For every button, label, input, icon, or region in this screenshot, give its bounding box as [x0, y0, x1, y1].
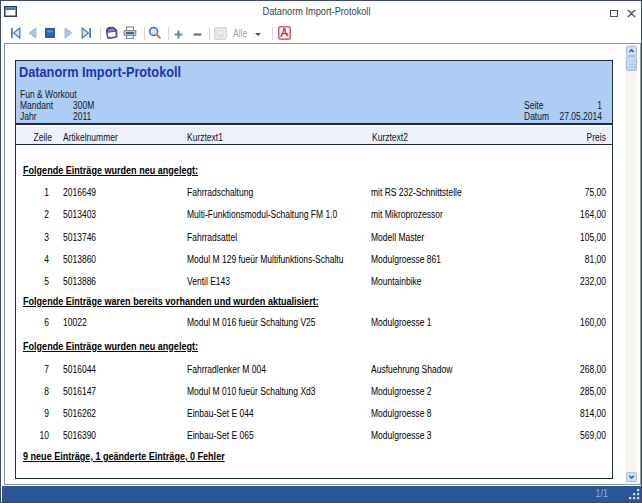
cell-zeile: 3 [15, 233, 49, 243]
column-header-kurztext2: Kurztext2 [372, 133, 408, 143]
cell-kurztext1: Einbau-Set E 044 [187, 409, 254, 419]
cell-kurztext2: Modulgroesse 861 [371, 255, 441, 265]
toolbar-separator [209, 27, 210, 40]
cell-preis: 814,00 [555, 409, 606, 419]
toolbar: Alle [2, 22, 642, 43]
window-icon [4, 6, 17, 17]
next-page-button[interactable] [63, 27, 74, 39]
datum-label: Datum [524, 112, 549, 122]
column-header-preis: Preis [555, 133, 606, 143]
cell-preis: 232,00 [555, 277, 606, 287]
report-page [15, 60, 613, 479]
cell-preis: 285,00 [555, 387, 606, 397]
cell-zeile: 10 [15, 431, 49, 441]
zoom-button[interactable] [148, 26, 162, 40]
cell-kurztext1: Einbau-Set E 065 [187, 431, 254, 441]
close-button[interactable] [627, 9, 636, 18]
resize-grip-icon[interactable] [627, 487, 641, 501]
cell-kurztext1: Modul M 016 fueür Schaltung V25 [187, 318, 316, 328]
cell-artikelnummer: 5013403 [63, 210, 96, 220]
datum-value: 27.05.2014 [551, 112, 602, 122]
jahr-label: Jahr [20, 112, 37, 122]
cell-kurztext1: Multi-Funktionsmodul-Schaltung FM 1.0 [187, 210, 337, 220]
cell-artikelnummer: 5013746 [63, 233, 96, 243]
page-view-button[interactable] [214, 27, 227, 40]
toolbar-separator [168, 27, 169, 40]
scroll-up-button[interactable] [626, 46, 637, 56]
toolbar-separator [272, 27, 273, 40]
cell-preis: 569,00 [555, 431, 606, 441]
cell-kurztext2: mit Mikroprozessor [371, 210, 443, 220]
scrollbar-thumb[interactable] [626, 56, 637, 71]
cell-preis: 105,00 [555, 233, 606, 243]
print-button[interactable] [123, 26, 137, 40]
mandant-value: 300M [73, 101, 94, 111]
cell-kurztext1: Fahrradlenker M 004 [187, 365, 266, 375]
first-page-button[interactable] [10, 27, 21, 39]
cell-artikelnummer: 5013860 [63, 255, 96, 265]
titlebar[interactable]: Datanorm Import-Protokoll [1, 1, 641, 22]
cell-zeile: 5 [15, 277, 49, 287]
report-title: Datanorm Import-Protokoll [19, 65, 181, 79]
section-heading: Folgende Einträge waren bereits vorhande… [23, 297, 319, 307]
cell-zeile: 2 [15, 210, 49, 220]
dropdown-arrow-icon[interactable] [255, 33, 261, 36]
cell-artikelnummer: 5013886 [63, 277, 96, 287]
jahr-value: 2011 [73, 112, 91, 122]
cell-artikelnummer: 5016147 [63, 387, 96, 397]
report-preview-window: Datanorm Import-Protokoll [0, 0, 642, 503]
cell-zeile: 8 [15, 387, 49, 397]
statusbar: 1/1 [2, 486, 642, 503]
last-page-button[interactable] [81, 27, 92, 39]
zoom-in-button[interactable] [174, 30, 183, 39]
cell-kurztext1: Ventil E143 [187, 277, 230, 287]
column-header-kurztext1: Kurztext1 [187, 133, 223, 143]
column-header-zeile: Zeile [18, 133, 52, 143]
previous-page-button[interactable] [27, 27, 38, 39]
toolbar-separator [144, 27, 145, 40]
cell-kurztext1: Modul M 129 fueür Multifunktions-Schaltu [187, 255, 343, 265]
cell-kurztext2: Ausfuehrung Shadow [371, 365, 452, 375]
cell-kurztext1: Fahrradschaltung [187, 188, 253, 198]
cell-zeile: 6 [15, 318, 49, 328]
stop-button[interactable] [45, 27, 55, 39]
cell-preis: 160,00 [555, 318, 606, 328]
cell-artikelnummer: 5016390 [63, 431, 96, 441]
cell-kurztext1: Modul M 010 fueür Schaltung Xd3 [187, 387, 316, 397]
cell-kurztext2: Modulgroesse 3 [371, 431, 431, 441]
zoom-out-button[interactable] [193, 30, 202, 39]
seite-value: 1 [551, 101, 602, 111]
cell-kurztext1: Fahrradsattel [187, 233, 237, 243]
mandant-label: Mandant [20, 101, 53, 111]
cell-artikelnummer: 5016262 [63, 409, 96, 419]
report-summary: 9 neue Einträge, 1 geänderte Einträge, 0… [23, 452, 225, 462]
cell-artikelnummer: 2016649 [63, 188, 96, 198]
cell-kurztext2: Modell Master [371, 233, 424, 243]
cell-zeile: 7 [15, 365, 49, 375]
email-button[interactable] [105, 26, 118, 40]
toolbar-separator [100, 27, 101, 40]
zoom-level-value[interactable]: Alle [233, 29, 247, 39]
cell-kurztext2: Modulgroesse 8 [371, 409, 431, 419]
cell-artikelnummer: 10022 [63, 318, 87, 328]
cell-artikelnummer: 5016044 [63, 365, 96, 375]
cell-preis: 164,00 [555, 210, 606, 220]
pdf-export-button[interactable] [278, 26, 291, 40]
cell-zeile: 1 [15, 188, 49, 198]
page-indicator: 1/1 [572, 489, 608, 499]
column-header-artikelnummer: Artikelnummer [63, 133, 118, 143]
cell-kurztext2: Modulgroesse 1 [371, 318, 431, 328]
cell-preis: 81,00 [555, 255, 606, 265]
vertical-scrollbar[interactable] [625, 45, 637, 485]
window-title: Datanorm Import-Protokoll [26, 7, 607, 17]
cell-kurztext2: Mountainbike [371, 277, 422, 287]
section-heading: Folgende Einträge wurden neu angelegt: [23, 342, 198, 352]
cell-zeile: 4 [15, 255, 49, 265]
seite-label: Seite [524, 101, 543, 111]
cell-preis: 75,00 [555, 188, 606, 198]
cell-preis: 268,00 [555, 365, 606, 375]
scroll-down-button[interactable] [626, 472, 637, 482]
maximize-button[interactable] [610, 10, 619, 18]
cell-kurztext2: Modulgroesse 2 [371, 387, 431, 397]
cell-kurztext2: mit RS 232-Schnittstelle [371, 188, 462, 198]
